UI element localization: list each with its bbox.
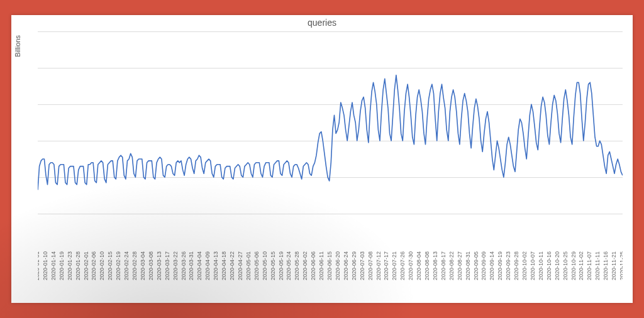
x-tick-label: 2020-05-19 xyxy=(279,251,284,280)
x-tick-label: 2020-03-22 xyxy=(173,251,179,280)
x-tick-label: 2020-09-14 xyxy=(489,251,495,280)
x-tick-label: 2020-06-20 xyxy=(335,251,341,280)
x-tick-label: 2020-02-01 xyxy=(84,251,89,280)
x-tick-label: 2020-04-18 xyxy=(221,251,227,280)
x-tick-label: 2020-11-16 xyxy=(603,251,609,280)
x-tick-label: 2020-10-25 xyxy=(563,251,569,280)
x-tick-label: 2020-05-28 xyxy=(294,251,300,280)
x-tick-label: 2020-03-26 xyxy=(181,251,187,280)
x-tick-label: 2020-10-07 xyxy=(530,251,536,280)
x-tick-label: 2020-09-05 xyxy=(474,251,479,280)
x-tick-label: 2020-10-16 xyxy=(547,251,552,280)
x-tick-label: 2020-11-07 xyxy=(587,251,592,280)
x-tick-label: 2020-06-24 xyxy=(343,251,349,280)
x-tick-label: 2020-07-03 xyxy=(360,251,365,280)
x-tick-label: 2020-08-17 xyxy=(441,251,447,280)
x-tick-label: 2020-03-31 xyxy=(189,251,194,280)
x-tick-label: 2020-01-28 xyxy=(75,251,81,280)
x-tick-label: 2020-05-06 xyxy=(254,251,260,280)
chart-plot: 0123456 xyxy=(38,31,623,250)
x-tick-label: 2020-04-04 xyxy=(197,251,203,280)
x-tick-label: 2020-05-15 xyxy=(270,251,276,280)
x-tick-label: 2020-03-04 xyxy=(140,251,146,280)
x-tick-label: 2020-09-28 xyxy=(514,251,519,280)
slide-frame: queries Billions 0123456 2020-01-012020-… xyxy=(0,0,644,318)
gridlines xyxy=(38,31,623,250)
x-tick-label: 2020-07-30 xyxy=(408,251,414,280)
x-tick-label: 2020-06-15 xyxy=(327,251,333,280)
x-tick-label: 2020-07-26 xyxy=(400,251,406,280)
x-tick-label: 2020-04-22 xyxy=(230,251,235,280)
x-tick-label: 2020-03-08 xyxy=(148,251,154,280)
x-tick-label: 2020-01-01 xyxy=(38,251,40,280)
x-tick-label: 2020-03-17 xyxy=(165,251,170,280)
x-tick-label: 2020-11-21 xyxy=(611,251,617,280)
x-tick-label: 2020-07-08 xyxy=(368,251,374,280)
x-tick-label: 2020-07-12 xyxy=(376,251,382,280)
x-tick-label: 2020-07-17 xyxy=(384,251,389,280)
x-tick-label: 2020-06-02 xyxy=(303,251,308,280)
x-axis-ticks: 2020-01-012020-01-102020-01-142020-01-19… xyxy=(38,251,623,303)
x-tick-label: 2020-02-28 xyxy=(132,251,138,280)
x-tick-label: 2020-02-06 xyxy=(91,251,97,280)
x-tick-label: 2020-08-04 xyxy=(416,251,422,280)
x-tick-label: 2020-02-24 xyxy=(124,251,130,280)
x-tick-label: 2020-01-10 xyxy=(43,251,48,280)
x-tick-label: 2020-06-29 xyxy=(352,251,357,280)
x-tick-label: 2020-03-13 xyxy=(157,251,162,280)
chart-title: queries xyxy=(11,18,633,28)
x-tick-label: 2020-01-14 xyxy=(51,251,57,280)
x-tick-label: 2020-02-10 xyxy=(99,251,105,280)
x-tick-label: 2020-08-08 xyxy=(425,251,430,280)
x-tick-label: 2020-10-02 xyxy=(522,251,528,280)
x-tick-label: 2020-05-24 xyxy=(286,251,292,280)
x-tick-label: 2020-04-13 xyxy=(213,251,219,280)
x-tick-label: 2020-10-11 xyxy=(538,251,544,280)
x-tick-label: 2020-08-31 xyxy=(465,251,471,280)
chart-card: queries Billions 0123456 2020-01-012020-… xyxy=(11,15,633,303)
x-tick-label: 2020-08-22 xyxy=(449,251,455,280)
x-tick-label: 2020-08-27 xyxy=(457,251,463,280)
x-tick-label: 2020-02-15 xyxy=(108,251,113,280)
x-tick-label: 2020-06-06 xyxy=(311,251,316,280)
x-tick-label: 2020-11-11 xyxy=(595,251,601,280)
x-tick-label: 2020-05-01 xyxy=(246,251,252,280)
x-tick-label: 2020-06-11 xyxy=(319,251,325,280)
x-tick-label: 2020-11-02 xyxy=(579,251,584,280)
x-tick-label: 2020-02-19 xyxy=(116,251,121,280)
x-tick-label: 2020-07-21 xyxy=(392,251,397,280)
x-tick-label: 2020-04-27 xyxy=(238,251,243,280)
x-tick-label: 2020-09-09 xyxy=(481,251,487,280)
x-tick-label: 2020-11-25 xyxy=(619,251,623,280)
x-tick-label: 2020-09-19 xyxy=(497,251,503,280)
x-tick-label: 2020-09-23 xyxy=(506,251,511,280)
x-tick-label: 2020-01-23 xyxy=(67,251,73,280)
x-tick-label: 2020-04-09 xyxy=(205,251,211,280)
y-axis-label: Billions xyxy=(14,35,21,57)
x-tick-label: 2020-05-10 xyxy=(262,251,268,280)
x-tick-label: 2020-10-29 xyxy=(571,251,577,280)
x-tick-label: 2020-01-19 xyxy=(59,251,65,280)
x-tick-label: 2020-10-20 xyxy=(555,251,560,280)
series-line xyxy=(38,75,623,190)
x-tick-label: 2020-08-13 xyxy=(433,251,438,280)
